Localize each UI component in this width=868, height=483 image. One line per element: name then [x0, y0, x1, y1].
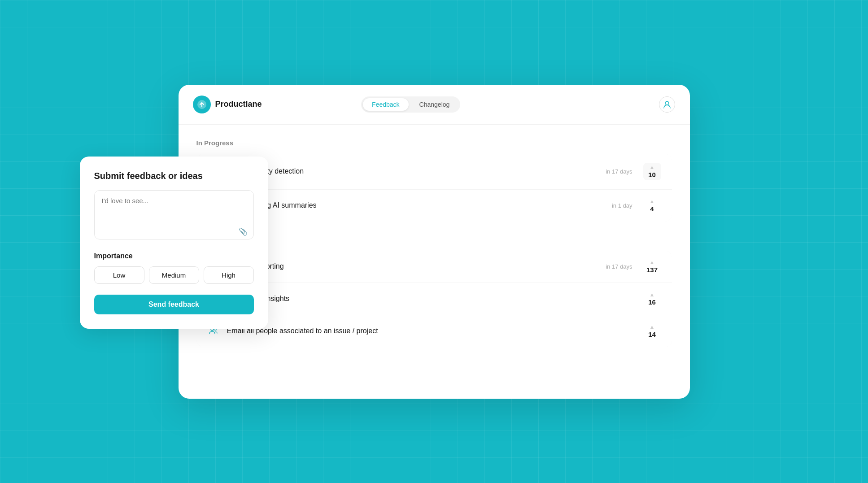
logo-area: Productlane: [193, 96, 262, 113]
upvote-arrow-email[interactable]: ▲: [650, 324, 655, 330]
vote-count-ai: 10: [648, 171, 656, 178]
tab-changelog[interactable]: Changelog: [410, 98, 459, 111]
vote-count-call: 4: [650, 205, 654, 213]
user-avatar-icon[interactable]: [659, 96, 675, 113]
vote-box-email: ▲ 14: [643, 324, 661, 338]
tab-feedback[interactable]: Feedback: [363, 98, 408, 111]
upvote-arrow-call[interactable]: ▲: [650, 199, 655, 204]
vote-count-filters: 137: [646, 266, 658, 274]
textarea-wrapper: 📎: [94, 190, 254, 241]
feature-name-ai: AI Opportunity detection: [227, 167, 599, 175]
vote-box-call: ▲ 4: [643, 199, 661, 213]
app-title: Productlane: [215, 100, 262, 109]
feature-time-call: in 1 day: [612, 202, 632, 209]
vote-box-filters: ▲ 137: [643, 260, 661, 274]
header: Productlane Feedback Changelog: [179, 85, 690, 125]
vote-count-multiselect: 16: [648, 298, 656, 306]
feedback-textarea[interactable]: [94, 190, 254, 239]
attach-icon[interactable]: 📎: [239, 227, 248, 236]
vote-count-email: 14: [648, 331, 656, 338]
svg-point-1: [665, 101, 669, 105]
feature-name-email: Email all people associated to an issue …: [227, 327, 625, 335]
vote-box-ai: ▲ 10: [643, 163, 661, 180]
modal-title: Submit feedback or ideas: [94, 171, 254, 181]
importance-label: Importance: [94, 252, 254, 260]
upvote-arrow-multiselect[interactable]: ▲: [650, 292, 655, 297]
feature-time-ai: in 17 days: [606, 168, 632, 175]
feedback-modal: Submit feedback or ideas 📎 Importance Lo…: [80, 157, 268, 329]
upvote-arrow-ai[interactable]: ▲: [650, 165, 655, 170]
nav-tabs: Feedback Changelog: [361, 96, 460, 113]
importance-medium[interactable]: Medium: [149, 266, 199, 284]
feature-name-call: Call recording AI summaries: [227, 201, 605, 209]
feature-time-filters: in 17 days: [606, 263, 632, 270]
feature-name-multiselect: Multi-select insights: [227, 295, 625, 303]
feature-name-filters: Filters and sorting: [227, 262, 599, 270]
send-feedback-button[interactable]: Send feedback: [94, 295, 254, 314]
importance-buttons: Low Medium High: [94, 266, 254, 284]
importance-high[interactable]: High: [204, 266, 254, 284]
in-progress-title: In Progress: [196, 139, 672, 147]
logo-icon: [193, 96, 211, 113]
main-card: Productlane Feedback Changelog In Progre…: [179, 85, 690, 399]
vote-box-multiselect: ▲ 16: [643, 292, 661, 306]
upvote-arrow-filters[interactable]: ▲: [650, 260, 655, 265]
importance-low[interactable]: Low: [94, 266, 144, 284]
